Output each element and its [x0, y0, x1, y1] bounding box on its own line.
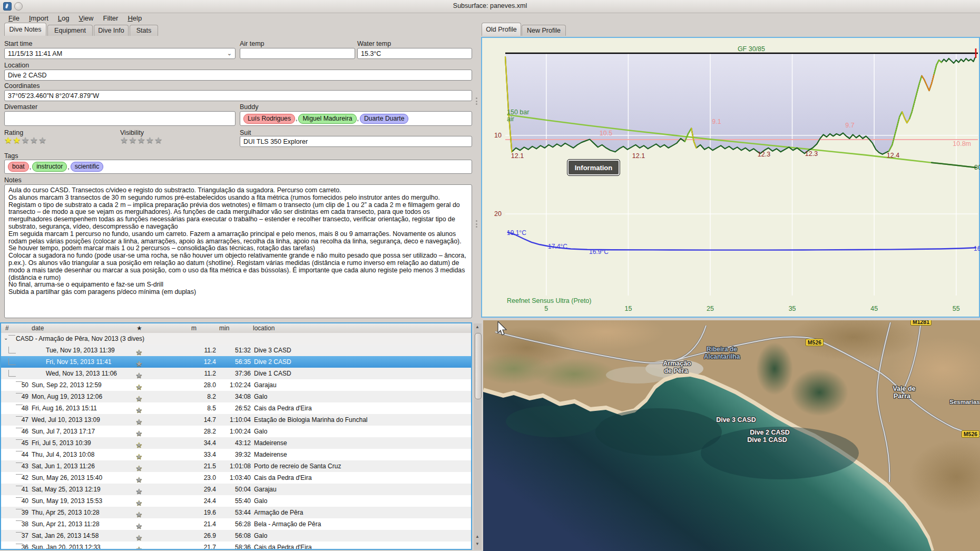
buddy-pill[interactable]: Luís Rodrigues — [243, 114, 295, 124]
location-input[interactable]: Dive 2 CASD — [4, 70, 472, 81]
svg-text:10.5: 10.5 — [600, 130, 612, 137]
dive-row[interactable]: 50Sun, Sep 22, 2013 12:59★★★★★28.01:02:2… — [1, 379, 471, 391]
dive-row[interactable]: 36Sun, Jan 20, 2013 12:33★★★★★21.758:36C… — [1, 542, 471, 550]
star-empty-icon: ★ — [136, 418, 142, 426]
coordinates-input[interactable]: 37°05'23.460"N 8°20'47.879"W — [4, 90, 472, 101]
scroll-up-icon[interactable]: ▲ — [475, 324, 479, 329]
star-empty-icon: ★ — [136, 406, 142, 414]
dive-row[interactable]: 48Fri, Aug 16, 2013 15:11★★★★★8.526:52Ca… — [1, 402, 471, 414]
dive-row[interactable]: 38Sun, Apr 21, 2013 11:28★★★★★21.456:28B… — [1, 518, 471, 530]
suit-value: DUI TLS 350 Explorer — [243, 138, 308, 145]
dive-list[interactable]: #date★mminlocation ⌄CASD - Armação de Pê… — [0, 322, 472, 550]
app-icon — [3, 2, 12, 11]
dive-row[interactable]: 41Sat, May 25, 2013 12:19★★★★★29.450:04G… — [1, 484, 471, 495]
dive-row[interactable]: 43Sat, Jun 1, 2013 11:26★★★★★21.51:01:08… — [1, 460, 471, 472]
information-button[interactable]: Information — [567, 159, 620, 176]
tags-input[interactable]: boat,instructor,scientific — [4, 160, 472, 174]
road-badge: M526 — [806, 339, 824, 346]
trip-row[interactable]: ⌄CASD - Armação de Pêra, Nov 2013 (3 div… — [1, 333, 471, 345]
water-temp-input[interactable]: 15.3°C — [357, 48, 472, 59]
buddy-input[interactable]: Luís Rodrigues,Miguel Madureira,Duarte D… — [240, 111, 472, 126]
tab-new-profile[interactable]: New Profile — [522, 25, 566, 36]
dive-duration: 56:08 — [212, 532, 251, 539]
dive-location: Bela - Armação de Pêra — [254, 520, 321, 528]
dive-depth: 11.2 — [175, 370, 216, 377]
tab-stats[interactable]: Stats — [130, 25, 158, 36]
dive-duration: 56:28 — [212, 520, 251, 528]
menu-file[interactable]: File — [4, 14, 24, 23]
buddy-pill[interactable]: Duarte Duarte — [360, 114, 409, 124]
divemaster-label: Divemaster — [4, 103, 37, 111]
chevron-down-icon[interactable]: ⌄ — [227, 50, 232, 57]
tab-equipment[interactable]: Equipment — [47, 25, 93, 36]
dive-row[interactable]: 42Sun, May 26, 2013 15:40★★★★★23.01:03:4… — [1, 472, 471, 484]
star-empty-icon: ★ — [136, 441, 142, 449]
dive-duration: 56:35 — [212, 358, 251, 366]
dive-row[interactable]: 37Sat, Jan 26, 2013 14:58★★★★★26.956:08G… — [1, 530, 471, 542]
menu-log[interactable]: Log — [54, 14, 74, 23]
dive-date: Fri, Aug 16, 2013 15:11 — [32, 405, 97, 412]
air-temp-input[interactable] — [240, 48, 355, 59]
notes-textarea[interactable]: Aula do curso CASD. Transectos c/video e… — [4, 184, 472, 318]
dive-location: Cais da Pedra d'Eira — [254, 405, 312, 412]
dive-row[interactable]: 39Thu, Apr 25, 2013 10:28★★★★★19.653:44A… — [1, 507, 471, 518]
menu-view[interactable]: View — [75, 14, 98, 23]
dive-row[interactable]: 46Sun, Jul 7, 2013 17:17★★★★★28.21:00:24… — [1, 426, 471, 437]
buddy-pill[interactable]: Miguel Madureira — [298, 114, 356, 124]
dive-row[interactable]: 45Fri, Jul 5, 2013 10:39★★★★★34.443:12Ma… — [1, 437, 471, 449]
start-time-combobox[interactable]: 11/15/13 11:41 AM ⌄ — [4, 48, 236, 59]
menu-help[interactable]: Help — [123, 14, 146, 23]
water-temp-label: Water temp — [357, 40, 391, 47]
dive-list-scrollbar[interactable]: ▲ ▲ ▼ — [474, 323, 482, 550]
tab-dive-notes[interactable]: Dive Notes — [4, 23, 46, 36]
divemaster-input[interactable] — [4, 111, 236, 126]
dive-row[interactable]: 49Mon, Aug 19, 2013 12:06★★★★★8.234:08Ga… — [1, 391, 471, 402]
column-header-date[interactable]: date — [32, 324, 44, 332]
splitter-handle[interactable] — [476, 97, 478, 105]
scroll-down-icon[interactable]: ▼ — [475, 542, 479, 546]
temperature-line — [508, 232, 976, 250]
tab-dive-info[interactable]: Dive Info — [94, 25, 129, 36]
tag-pill[interactable]: instructor — [32, 162, 67, 172]
menu-import[interactable]: Import — [25, 14, 53, 23]
tag-pill[interactable]: scientific — [71, 162, 104, 172]
dive-depth: 12.4 — [175, 358, 216, 366]
dive-location: Garajau — [254, 486, 277, 493]
dive-depth: 23.0 — [175, 474, 216, 481]
dive-row[interactable]: 44Thu, Jul 4, 2013 10:08★★★★★33.439:32Ma… — [1, 449, 471, 460]
dive-list-header[interactable]: #date★mminlocation — [1, 323, 471, 333]
menu-filter[interactable]: Filter — [99, 14, 122, 23]
collapse-icon[interactable]: ⌄ — [4, 335, 8, 341]
suit-input[interactable]: DUI TLS 350 Explorer — [240, 136, 472, 147]
dive-row[interactable]: Wed, Nov 13, 2013 11:06★★★★★11.237:36Div… — [1, 368, 471, 379]
column-header-location[interactable]: location — [253, 324, 275, 332]
tab-old-profile[interactable]: Old Profile — [482, 23, 521, 36]
dive-duration: 1:02:24 — [212, 381, 251, 389]
dive-location: Cais da Pedra d'Eira — [254, 544, 312, 550]
dive-row[interactable]: 40Sun, May 19, 2013 15:53★★★★★24.455:40G… — [1, 495, 471, 507]
star-empty-icon: ★ — [154, 135, 162, 145]
tag-pill[interactable]: boat — [8, 162, 29, 172]
dive-duration: 53:44 — [212, 509, 251, 516]
rating-stars[interactable]: ★★★★★ — [4, 135, 47, 146]
dive-date: Fri, Jul 5, 2013 10:39 — [32, 439, 91, 447]
svg-text:16.9°C: 16.9°C — [589, 248, 609, 255]
dive-row[interactable]: Fri, Nov 15, 2013 11:41★★★★★12.456:35Div… — [1, 356, 471, 368]
dive-site-map[interactable]: Armaçãode PêraRibeira deAlcantarilhaVale… — [483, 320, 980, 551]
scroll-up-icon[interactable]: ▲ — [475, 534, 479, 539]
visibility-stars[interactable]: ★★★★★ — [120, 135, 163, 146]
dive-number: 40 — [1, 497, 28, 505]
star-empty-icon: ★ — [136, 510, 142, 518]
column-header-duration[interactable]: min — [219, 324, 229, 332]
splitter-handle[interactable] — [476, 220, 478, 228]
dive-location: Madeirense — [254, 439, 287, 447]
scrollbar-thumb[interactable] — [475, 333, 482, 399]
column-header-num[interactable]: # — [5, 324, 9, 332]
tray-icon[interactable] — [14, 2, 23, 11]
dive-row[interactable]: Tue, Nov 19, 2013 11:39★★★★★11.251:32Div… — [1, 345, 471, 356]
column-header-depth[interactable]: m — [191, 324, 197, 332]
column-header-stars[interactable]: ★ — [136, 324, 142, 332]
dive-location: Madeirense — [254, 451, 287, 458]
dive-row[interactable]: 47Wed, Jul 10, 2013 13:09★★★★★14.71:10:0… — [1, 414, 471, 426]
air-temp-label: Air temp — [240, 40, 264, 47]
